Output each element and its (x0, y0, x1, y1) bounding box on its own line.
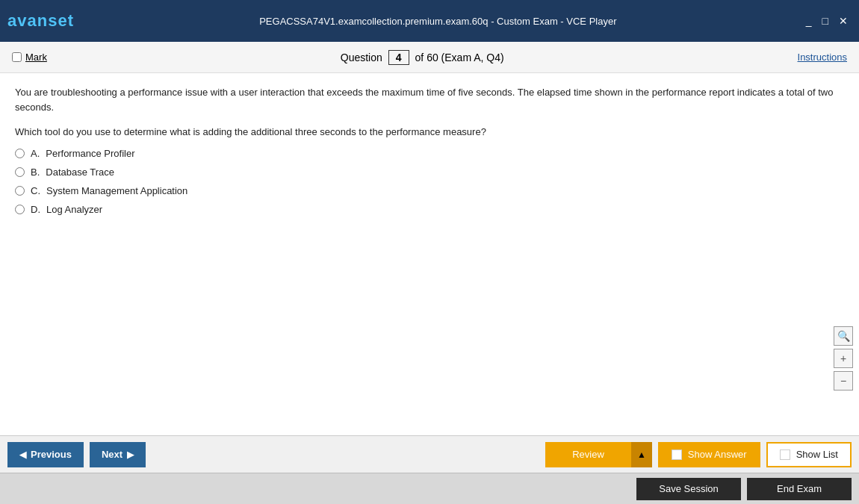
question-prompt: Which tool do you use to determine what … (15, 126, 844, 137)
option-b-text: Database Trace (46, 167, 114, 178)
mark-checkbox[interactable] (12, 52, 22, 62)
app-logo: avanset (7, 11, 74, 31)
option-a-label: A. (31, 148, 40, 159)
show-list-button[interactable]: Show List (766, 442, 852, 467)
review-button[interactable]: Review (545, 442, 631, 467)
radio-a[interactable] (15, 149, 25, 158)
option-c-text: System Management Application (46, 185, 187, 196)
option-d-text: Log Analyzer (46, 204, 102, 215)
option-c[interactable]: C. System Management Application (15, 185, 844, 196)
window-title: PEGACSSA74V1.examcollection.premium.exam… (74, 16, 802, 27)
minimize-button[interactable]: _ (802, 13, 816, 28)
titlebar: avanset PEGACSSA74V1.examcollection.prem… (0, 0, 859, 42)
question-header: Mark Question 4 of 60 (Exam A, Q4) Instr… (0, 42, 859, 73)
next-button[interactable]: Next ▶ (90, 442, 146, 467)
close-button[interactable]: ✕ (835, 13, 852, 28)
previous-button[interactable]: ◀ Previous (7, 442, 84, 467)
logo-part2: set (48, 11, 74, 30)
end-exam-button[interactable]: End Exam (747, 478, 852, 500)
review-dropdown-arrow[interactable]: ▲ (631, 442, 652, 467)
option-c-label: C. (31, 185, 40, 196)
radio-b[interactable] (15, 167, 25, 177)
zoom-in-button[interactable]: + (834, 349, 853, 368)
option-b-label: B. (31, 167, 40, 178)
maximize-button[interactable]: □ (819, 13, 832, 28)
option-a[interactable]: A. Performance Profiler (15, 148, 844, 159)
show-list-checkbox-icon (780, 449, 790, 460)
question-number-box: 4 (388, 50, 409, 65)
right-tools: 🔍 + − (834, 326, 853, 391)
prev-arrow-icon: ◀ (19, 449, 26, 460)
option-d[interactable]: D. Log Analyzer (15, 204, 844, 215)
search-icon[interactable]: 🔍 (834, 326, 853, 346)
review-label: Review (560, 449, 616, 460)
show-answer-button[interactable]: Show Answer (658, 442, 760, 467)
options-list: A. Performance Profiler B. Database Trac… (15, 148, 844, 215)
radio-d[interactable] (15, 205, 25, 214)
bottom-toolbar: ◀ Previous Next ▶ Review ▲ Show Answer S… (0, 435, 859, 473)
next-arrow-icon: ▶ (127, 449, 134, 460)
show-answer-checkbox-icon (672, 449, 682, 460)
mark-label[interactable]: Mark (12, 52, 47, 63)
review-wrapper: Review ▲ (545, 442, 652, 467)
option-a-text: Performance Profiler (46, 148, 134, 159)
bottom-action-bar: Save Session End Exam (0, 473, 859, 504)
question-number-display: Question 4 of 60 (Exam A, Q4) (47, 50, 798, 65)
logo-part1: avan (7, 11, 48, 30)
window-controls[interactable]: _ □ ✕ (802, 13, 852, 28)
radio-c[interactable] (15, 186, 25, 196)
zoom-out-button[interactable]: − (834, 371, 853, 391)
save-session-button[interactable]: Save Session (636, 478, 741, 500)
option-b[interactable]: B. Database Trace (15, 167, 844, 178)
option-d-label: D. (31, 204, 40, 215)
instructions-link[interactable]: Instructions (798, 52, 847, 63)
question-text: You are troubleshooting a performance is… (15, 85, 844, 114)
content-area: You are troubleshooting a performance is… (0, 73, 859, 435)
